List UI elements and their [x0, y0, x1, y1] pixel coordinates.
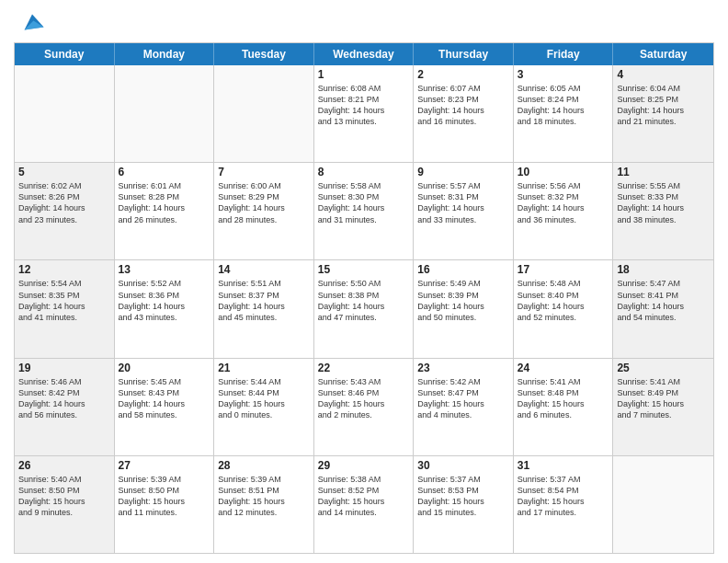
day-number: 23 [417, 362, 509, 374]
calendar-cell: 2Sunrise: 6:07 AMSunset: 8:23 PMDaylight… [414, 65, 514, 162]
calendar-cell: 10Sunrise: 5:56 AMSunset: 8:32 PMDayligh… [514, 163, 614, 259]
cell-info: Sunrise: 5:55 AMSunset: 8:33 PMDaylight:… [617, 180, 710, 225]
cell-info: Sunrise: 5:37 AMSunset: 8:54 PMDaylight:… [518, 474, 609, 519]
day-number: 4 [617, 68, 710, 81]
calendar-cell: 1Sunrise: 6:08 AMSunset: 8:21 PMDaylight… [314, 65, 415, 162]
calendar-row-3: 12Sunrise: 5:54 AMSunset: 8:35 PMDayligh… [15, 260, 713, 358]
day-number: 22 [318, 362, 410, 374]
cell-info: Sunrise: 5:37 AMSunset: 8:53 PMDaylight:… [417, 474, 509, 519]
day-number: 24 [518, 362, 609, 374]
calendar-cell: 17Sunrise: 5:48 AMSunset: 8:40 PMDayligh… [514, 260, 614, 357]
cell-info: Sunrise: 5:50 AMSunset: 8:38 PMDaylight:… [318, 278, 410, 323]
day-number: 5 [18, 166, 110, 178]
calendar-cell: 19Sunrise: 5:46 AMSunset: 8:42 PMDayligh… [15, 359, 115, 455]
cell-info: Sunrise: 5:45 AMSunset: 8:43 PMDaylight:… [119, 376, 210, 421]
header-day-tuesday: Tuesday [214, 43, 314, 65]
header-day-thursday: Thursday [414, 43, 514, 65]
cell-info: Sunrise: 5:47 AMSunset: 8:41 PMDaylight:… [617, 278, 710, 323]
cell-info: Sunrise: 5:39 AMSunset: 8:50 PMDaylight:… [119, 474, 210, 519]
page: SundayMondayTuesdayWednesdayThursdayFrid… [0, 0, 728, 563]
calendar-cell: 8Sunrise: 5:58 AMSunset: 8:30 PMDaylight… [314, 163, 415, 259]
calendar-cell: 13Sunrise: 5:52 AMSunset: 8:36 PMDayligh… [115, 260, 215, 357]
day-number: 3 [518, 68, 609, 81]
cell-info: Sunrise: 5:42 AMSunset: 8:47 PMDaylight:… [417, 376, 509, 421]
day-number: 27 [119, 459, 210, 472]
calendar-row-5: 26Sunrise: 5:40 AMSunset: 8:50 PMDayligh… [15, 456, 713, 553]
calendar-cell: 23Sunrise: 5:42 AMSunset: 8:47 PMDayligh… [414, 359, 514, 455]
header [14, 9, 714, 35]
day-number: 9 [417, 166, 509, 178]
header-day-saturday: Saturday [613, 43, 713, 65]
day-number: 1 [318, 68, 410, 81]
header-day-monday: Monday [115, 43, 215, 65]
cell-info: Sunrise: 5:49 AMSunset: 8:39 PMDaylight:… [417, 278, 509, 323]
day-number: 30 [417, 459, 509, 472]
calendar-body: 1Sunrise: 6:08 AMSunset: 8:21 PMDaylight… [15, 65, 713, 553]
cell-info: Sunrise: 5:41 AMSunset: 8:49 PMDaylight:… [617, 376, 710, 421]
day-number: 14 [218, 263, 310, 276]
day-number: 20 [119, 362, 210, 374]
calendar-cell: 30Sunrise: 5:37 AMSunset: 8:53 PMDayligh… [414, 456, 514, 553]
calendar-cell: 24Sunrise: 5:41 AMSunset: 8:48 PMDayligh… [514, 359, 614, 455]
day-number: 11 [617, 166, 710, 178]
calendar-cell [613, 456, 713, 553]
cell-info: Sunrise: 5:51 AMSunset: 8:37 PMDaylight:… [218, 278, 310, 323]
cell-info: Sunrise: 5:48 AMSunset: 8:40 PMDaylight:… [518, 278, 609, 323]
calendar-row-4: 19Sunrise: 5:46 AMSunset: 8:42 PMDayligh… [15, 359, 713, 456]
cell-info: Sunrise: 6:04 AMSunset: 8:25 PMDaylight:… [617, 83, 710, 128]
calendar-cell: 12Sunrise: 5:54 AMSunset: 8:35 PMDayligh… [15, 260, 115, 357]
calendar-cell: 22Sunrise: 5:43 AMSunset: 8:46 PMDayligh… [314, 359, 415, 455]
cell-info: Sunrise: 5:43 AMSunset: 8:46 PMDaylight:… [318, 376, 410, 421]
day-number: 25 [617, 362, 710, 374]
calendar-row-2: 5Sunrise: 6:02 AMSunset: 8:26 PMDaylight… [15, 163, 713, 260]
day-number: 6 [119, 166, 210, 178]
calendar-cell: 6Sunrise: 6:01 AMSunset: 8:28 PMDaylight… [115, 163, 215, 259]
day-number: 12 [18, 263, 110, 276]
calendar-cell: 26Sunrise: 5:40 AMSunset: 8:50 PMDayligh… [15, 456, 115, 553]
cell-info: Sunrise: 5:39 AMSunset: 8:51 PMDaylight:… [218, 474, 310, 519]
calendar-cell: 9Sunrise: 5:57 AMSunset: 8:31 PMDaylight… [414, 163, 514, 259]
logo [14, 9, 45, 35]
cell-info: Sunrise: 6:05 AMSunset: 8:24 PMDaylight:… [518, 83, 609, 128]
calendar-header-row: SundayMondayTuesdayWednesdayThursdayFrid… [15, 43, 713, 65]
day-number: 10 [518, 166, 609, 178]
day-number: 8 [318, 166, 410, 178]
calendar-cell: 31Sunrise: 5:37 AMSunset: 8:54 PMDayligh… [514, 456, 614, 553]
calendar-cell [115, 65, 215, 162]
calendar-cell: 7Sunrise: 6:00 AMSunset: 8:29 PMDaylight… [214, 163, 314, 259]
calendar-cell: 14Sunrise: 5:51 AMSunset: 8:37 PMDayligh… [214, 260, 314, 357]
calendar-cell: 18Sunrise: 5:47 AMSunset: 8:41 PMDayligh… [613, 260, 713, 357]
cell-info: Sunrise: 5:40 AMSunset: 8:50 PMDaylight:… [18, 474, 110, 519]
day-number: 15 [318, 263, 410, 276]
calendar-cell: 20Sunrise: 5:45 AMSunset: 8:43 PMDayligh… [115, 359, 215, 455]
calendar: SundayMondayTuesdayWednesdayThursdayFrid… [14, 42, 714, 554]
header-day-wednesday: Wednesday [314, 43, 415, 65]
calendar-cell: 25Sunrise: 5:41 AMSunset: 8:49 PMDayligh… [613, 359, 713, 455]
day-number: 26 [18, 459, 110, 472]
day-number: 7 [218, 166, 310, 178]
day-number: 13 [119, 263, 210, 276]
calendar-cell: 16Sunrise: 5:49 AMSunset: 8:39 PMDayligh… [414, 260, 514, 357]
day-number: 17 [518, 263, 609, 276]
cell-info: Sunrise: 6:00 AMSunset: 8:29 PMDaylight:… [218, 180, 310, 225]
calendar-cell [15, 65, 115, 162]
calendar-cell: 3Sunrise: 6:05 AMSunset: 8:24 PMDaylight… [514, 65, 614, 162]
calendar-row-1: 1Sunrise: 6:08 AMSunset: 8:21 PMDaylight… [15, 65, 713, 163]
cell-info: Sunrise: 6:08 AMSunset: 8:21 PMDaylight:… [318, 83, 410, 128]
calendar-cell: 28Sunrise: 5:39 AMSunset: 8:51 PMDayligh… [214, 456, 314, 553]
cell-info: Sunrise: 5:38 AMSunset: 8:52 PMDaylight:… [318, 474, 410, 519]
cell-info: Sunrise: 5:52 AMSunset: 8:36 PMDaylight:… [119, 278, 210, 323]
cell-info: Sunrise: 6:02 AMSunset: 8:26 PMDaylight:… [18, 180, 110, 225]
day-number: 19 [18, 362, 110, 374]
cell-info: Sunrise: 5:41 AMSunset: 8:48 PMDaylight:… [518, 376, 609, 421]
day-number: 28 [218, 459, 310, 472]
day-number: 2 [417, 68, 509, 81]
day-number: 31 [518, 459, 609, 472]
calendar-cell: 21Sunrise: 5:44 AMSunset: 8:44 PMDayligh… [214, 359, 314, 455]
calendar-cell: 4Sunrise: 6:04 AMSunset: 8:25 PMDaylight… [613, 65, 713, 162]
calendar-cell: 27Sunrise: 5:39 AMSunset: 8:50 PMDayligh… [115, 456, 215, 553]
header-day-sunday: Sunday [15, 43, 115, 65]
cell-info: Sunrise: 6:07 AMSunset: 8:23 PMDaylight:… [417, 83, 509, 128]
day-number: 18 [617, 263, 710, 276]
cell-info: Sunrise: 5:56 AMSunset: 8:32 PMDaylight:… [518, 180, 609, 225]
